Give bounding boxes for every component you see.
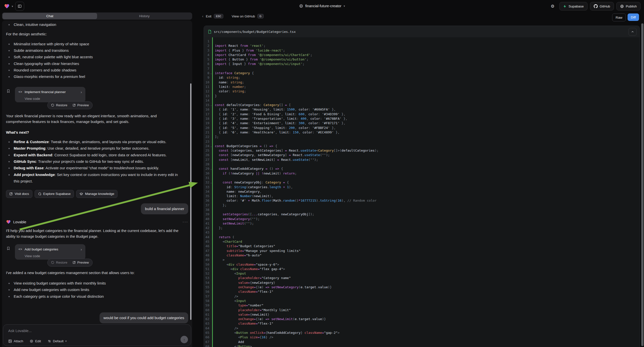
code-line: 33 id: String(categories.length + 1), [204, 185, 640, 190]
code-line: 45 <ChartCard [204, 240, 640, 244]
code-line: 21 { id: '6', name: 'Healthcare', limit:… [204, 130, 640, 135]
code-line: 19 { id: '4', name: 'Entertainment', lim… [204, 121, 640, 126]
message-more-button[interactable]: ··· [182, 219, 188, 225]
github-button[interactable]: GitHub [590, 2, 614, 10]
list-item: Add new budget categories with custom li… [6, 286, 188, 293]
settings-gear-button[interactable]: ⚙ [548, 2, 557, 10]
code-line: 48 className="h-auto" [204, 253, 640, 258]
app-window: ▾ financial-future-creator ▾ ⚙ S [0, 0, 644, 347]
code-line: 38 [204, 208, 640, 212]
list-item: Clean typography with clear hierarchies [6, 60, 188, 67]
top-bar: ▾ financial-future-creator ▾ ⚙ S [0, 0, 644, 12]
chevron-right-icon[interactable]: › [81, 246, 82, 252]
composer-placeholder[interactable]: Ask Lovable... [8, 328, 32, 333]
preview-button[interactable]: Preview [72, 102, 89, 108]
logo-chevron-down-icon[interactable]: ▾ [12, 5, 13, 8]
code-line: 43 [204, 230, 640, 235]
code-line: 22]; [204, 135, 640, 139]
chat-bubble-icon [38, 192, 41, 196]
code-line: 59 type="number" [204, 303, 640, 308]
publish-button[interactable]: Publish [616, 2, 640, 10]
code-icon: <> [18, 246, 22, 252]
preview-button[interactable]: Preview [72, 260, 89, 266]
raw-toggle-button[interactable]: Raw [612, 14, 626, 22]
mode-select[interactable]: Default ▾ [48, 339, 67, 343]
back-chevron-icon[interactable]: ‹ [202, 14, 204, 18]
chat-scrollbar[interactable] [190, 84, 192, 320]
code-line: 55 onChange={(e) => setNewCategory(e.tar… [204, 285, 640, 290]
globe-icon [299, 4, 303, 8]
collapse-file-button[interactable] [628, 28, 636, 36]
code-line: 4import ChartCard from '@/components/ui/… [204, 53, 640, 57]
code-line: 52 <Input [204, 271, 640, 276]
bookmark-icon[interactable] [6, 246, 10, 251]
visit-docs-button[interactable]: Visit docs [6, 190, 32, 198]
tab-history[interactable]: History [97, 13, 192, 19]
github-icon [594, 4, 598, 8]
code-line: 50 <div className="space-y-6"> [204, 262, 640, 267]
composer[interactable]: Ask Lovable... Attach Edit Default ▾ ↑ [3, 324, 191, 346]
code-line: 23 [204, 140, 640, 144]
view-on-github-button[interactable]: View on GitHub [232, 14, 255, 18]
bookmark-icon[interactable] [6, 89, 10, 93]
code-editor[interactable]: 12import React from 'react';3import { Pl… [204, 37, 640, 347]
project-chevron-down-icon[interactable]: ▾ [344, 4, 345, 8]
list-item: View existing budget categories with the… [6, 280, 188, 286]
code-line: 8⌄interface Category { [204, 71, 640, 76]
code-line: 30 if (!newCategory || !newLimit) return… [204, 171, 640, 176]
code-line: 20 { id: '5', name: 'Shopping', limit: 2… [204, 126, 640, 130]
supabase-button[interactable]: Supabase [559, 2, 588, 10]
window-scrollbar[interactable] [641, 24, 644, 346]
edit-button[interactable]: Edit [30, 339, 41, 343]
exit-button[interactable]: Exit [206, 14, 212, 18]
file-header[interactable]: src/components/budget/BudgetCategories.t… [204, 26, 640, 38]
code-line: 58 <Input [204, 299, 640, 303]
chat-history-tabs: Chat History [2, 12, 192, 20]
code-line: 36 color: '#' + Math.floor(Math.random()… [204, 198, 640, 203]
supabase-bolt-icon [563, 4, 566, 8]
code-line: 32⌄ const newCategoryObj: Category = { [204, 180, 640, 185]
user-message: build a financial planner [141, 203, 188, 214]
view-code-link[interactable]: View code [25, 253, 82, 259]
manage-knowledge-button[interactable]: Manage knowledge [76, 190, 118, 198]
list-item: Debug with Ease: Activate our experiment… [6, 165, 184, 171]
lovable-logo-icon[interactable] [4, 4, 10, 9]
code-view-toolbar: ‹ Exit ESC View on GitHub G Raw Diff [194, 13, 644, 22]
file-icon [208, 30, 211, 34]
code-line: 42 }; [204, 226, 640, 230]
version-card-add-budget-categories: <> Add budget categories › View code Res… [15, 244, 86, 260]
chevron-right-icon[interactable]: › [81, 89, 82, 95]
list-item: Subtle animations and transitions [6, 47, 188, 54]
tab-chat[interactable]: Chat [2, 13, 97, 19]
code-icon: <> [18, 89, 22, 95]
restore-button[interactable]: Restore [51, 260, 68, 266]
explore-supabase-button[interactable]: Explore Supabase [34, 190, 74, 198]
diff-toggle-button[interactable]: Diff [628, 14, 639, 21]
attach-button[interactable]: Attach [8, 339, 23, 343]
code-line: 63 className="flex-1" [204, 321, 640, 326]
assistant-paragraph: I'll help you add budget categories to t… [6, 228, 186, 240]
code-line: 68 </Button> [204, 344, 640, 347]
code-line: 54 value={newCategory} [204, 280, 640, 285]
project-name[interactable]: financial-future-creator [305, 4, 341, 8]
code-line: 7 [204, 66, 640, 71]
target-icon [30, 339, 33, 343]
sidebar-toggle-button[interactable] [15, 2, 24, 11]
user-message: would be cool if you could add budget ca… [100, 312, 188, 323]
code-line: 27 const [newLimit, setNewLimit] = React… [204, 158, 640, 162]
send-button[interactable]: ↑ [180, 336, 188, 343]
code-line: 5import { Button } from '@/components/ui… [204, 57, 640, 62]
code-line: 2import React from 'react'; [204, 44, 640, 48]
version-card-implement-financial-planner: <> Implement financial planner › View co… [15, 87, 86, 102]
code-line: 31 [204, 176, 640, 180]
chat-panel: Clean, intuitive navigation For the desi… [2, 20, 192, 347]
view-code-link[interactable]: View code [25, 96, 82, 102]
assistant-header: Lovable ··· [6, 219, 188, 225]
restore-button[interactable]: Restore [51, 102, 68, 108]
sliders-icon [48, 339, 51, 343]
list-item: Rounded corners and subtle shadows [6, 67, 188, 74]
list-item: Glass-morphic elements for a premium fee… [6, 74, 188, 80]
code-line: 11 limit: number; [204, 85, 640, 89]
design-bullet-list: Minimalist interface with plenty of whit… [6, 41, 188, 80]
code-line: 16 { id: '1', name: 'Housing', limit: 15… [204, 107, 640, 112]
